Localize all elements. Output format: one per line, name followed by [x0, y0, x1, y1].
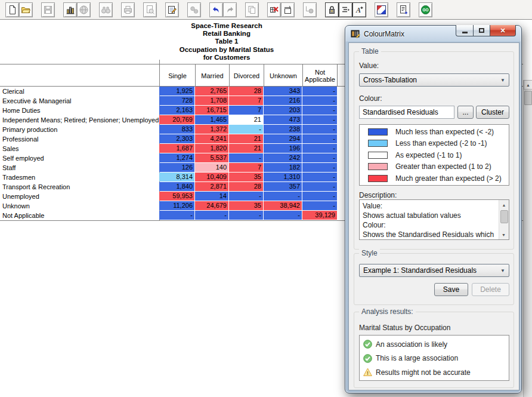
- table-cell[interactable]: -: [229, 211, 263, 220]
- table-column-header[interactable]: Divorced: [229, 64, 264, 87]
- maximize-button[interactable]: [473, 25, 490, 36]
- table-cell[interactable]: 1,708: [195, 96, 228, 105]
- table-cell[interactable]: 473: [264, 115, 302, 124]
- table-cell[interactable]: -: [302, 115, 337, 124]
- cluster-button[interactable]: Cluster: [476, 106, 509, 119]
- table-row-label[interactable]: Self employed: [2, 153, 157, 163]
- table-cell[interactable]: 11,206: [159, 201, 194, 210]
- table-column-header[interactable]: Not Applicable: [302, 64, 338, 87]
- table-cell[interactable]: -: [302, 96, 337, 105]
- table-cell[interactable]: -: [302, 192, 337, 201]
- table-column-header[interactable]: Single: [159, 64, 195, 87]
- table-cell[interactable]: -: [302, 153, 337, 162]
- table-row-label[interactable]: Home Duties: [2, 106, 157, 115]
- toolbar-new-document-button[interactable]: [5, 2, 19, 17]
- table-cell[interactable]: -: [159, 211, 194, 220]
- table-cell[interactable]: 21: [229, 144, 263, 153]
- scrollbar-thumb[interactable]: [524, 91, 532, 105]
- toolbar-go-button[interactable]: GO: [419, 2, 432, 17]
- table-cell[interactable]: 196: [264, 144, 302, 153]
- table-cell[interactable]: 28: [229, 182, 263, 191]
- table-cell[interactable]: 2,765: [195, 87, 228, 96]
- table-cell[interactable]: -: [302, 163, 337, 172]
- scroll-down-button[interactable]: ▼: [499, 230, 508, 239]
- style-combobox[interactable]: Example 1: Standardised Residuals ▼: [359, 264, 509, 277]
- toolbar-colour-matrix-button[interactable]: [375, 2, 388, 17]
- table-row-label[interactable]: Not Applicable: [2, 211, 157, 220]
- table-cell[interactable]: 10,409: [195, 173, 228, 181]
- table-cell[interactable]: -: [302, 182, 337, 191]
- toolbar-bar-chart-button[interactable]: [63, 2, 77, 17]
- table-cell[interactable]: -: [302, 125, 337, 134]
- table-cell[interactable]: 7: [229, 96, 263, 105]
- table-cell[interactable]: 728: [159, 96, 194, 105]
- table-cell[interactable]: 1,465: [195, 115, 228, 124]
- colour-input[interactable]: Standardised Residuals: [359, 106, 454, 119]
- table-cell[interactable]: 35: [229, 201, 263, 210]
- table-cell[interactable]: 35: [229, 173, 263, 181]
- table-cell[interactable]: -: [195, 211, 228, 220]
- table-cell[interactable]: -: [302, 106, 337, 115]
- table-cell[interactable]: 1,310: [264, 173, 302, 181]
- table-cell[interactable]: 2,163: [159, 106, 194, 115]
- table-cell[interactable]: 203: [264, 106, 302, 115]
- table-cell[interactable]: 238: [264, 125, 302, 134]
- toolbar-font-size-button[interactable]: A: [352, 2, 366, 17]
- browse-button[interactable]: ...: [457, 106, 474, 119]
- table-row-label[interactable]: Executive & Managerial: [2, 96, 157, 106]
- table-cell[interactable]: 216: [264, 96, 302, 105]
- table-cell[interactable]: -: [229, 125, 263, 134]
- description-scrollbar[interactable]: ▲ ▼: [499, 200, 509, 239]
- toolbar-add-document-button[interactable]: [397, 2, 410, 17]
- table-column-header[interactable]: Unknown: [264, 64, 302, 87]
- dialog-titlebar[interactable]: ColourMatrix ✕: [345, 26, 521, 42]
- table-cell[interactable]: 1,925: [159, 87, 194, 96]
- table-cell[interactable]: 2,871: [195, 182, 228, 191]
- toolbar-edit-note-button[interactable]: [165, 2, 179, 17]
- table-cell[interactable]: 16,715: [195, 106, 228, 115]
- table-row-label[interactable]: Independent Means; Retired; Pensioner; U…: [2, 115, 157, 125]
- table-cell[interactable]: 357: [264, 182, 302, 191]
- table-row-label[interactable]: Transport & Recreation: [2, 182, 157, 192]
- table-row-label[interactable]: Tradesmen: [2, 173, 157, 182]
- table-cell[interactable]: -: [229, 153, 263, 162]
- table-cell[interactable]: 1,274: [159, 153, 194, 162]
- toolbar-undo-arrow-button[interactable]: [209, 2, 223, 17]
- table-cell[interactable]: 2,303: [159, 134, 194, 143]
- close-button[interactable]: ✕: [490, 25, 516, 36]
- table-column-header[interactable]: Married: [195, 64, 229, 87]
- table-cell[interactable]: 21: [229, 134, 263, 143]
- table-cell[interactable]: 242: [264, 153, 302, 162]
- table-cell[interactable]: -: [264, 211, 302, 220]
- table-cell[interactable]: 14: [195, 192, 228, 201]
- table-cell[interactable]: -: [229, 192, 263, 201]
- table-cell[interactable]: 126: [159, 163, 194, 172]
- table-cell[interactable]: 28: [229, 87, 263, 96]
- table-cell[interactable]: -: [302, 87, 337, 96]
- scrollbar-thumb[interactable]: [500, 210, 508, 223]
- table-cell[interactable]: 21: [229, 115, 263, 124]
- minimize-button[interactable]: [456, 25, 473, 36]
- toolbar-open-folder-button[interactable]: [19, 2, 33, 17]
- table-cell[interactable]: 38,942: [264, 201, 302, 210]
- table-row-label[interactable]: Professional: [2, 134, 157, 144]
- table-cell[interactable]: 182: [264, 163, 302, 172]
- value-combobox[interactable]: Cross-Tabulation ▼: [359, 73, 509, 87]
- table-row-label[interactable]: Unknown: [2, 201, 157, 211]
- save-button[interactable]: Save: [434, 283, 468, 296]
- table-cell[interactable]: 39,129: [302, 211, 337, 220]
- table-row-label[interactable]: Primary production: [2, 125, 157, 134]
- table-cell[interactable]: 343: [264, 87, 302, 96]
- table-cell[interactable]: 140: [195, 163, 228, 172]
- table-cell[interactable]: 833: [159, 125, 194, 134]
- table-cell[interactable]: 24,679: [195, 201, 228, 210]
- table-cell[interactable]: 7: [229, 163, 263, 172]
- scroll-up-button[interactable]: ▲: [524, 80, 532, 90]
- table-cell[interactable]: 8,314: [159, 173, 194, 181]
- table-cell[interactable]: -: [302, 144, 337, 153]
- table-cell[interactable]: -: [302, 201, 337, 210]
- table-cell[interactable]: 5,537: [195, 153, 228, 162]
- toolbar-lock-button[interactable]: [325, 2, 339, 17]
- table-cell[interactable]: 1,820: [195, 144, 228, 153]
- table-cell[interactable]: 20,769: [159, 115, 194, 124]
